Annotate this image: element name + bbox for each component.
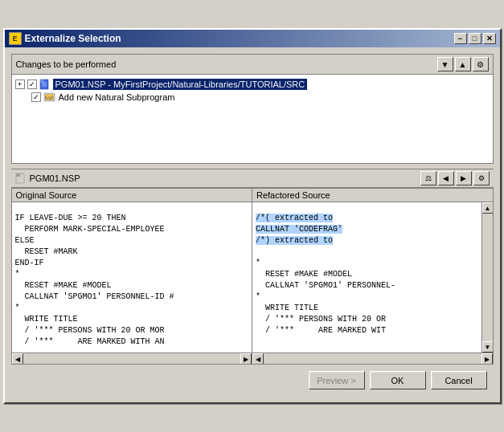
pgm-bar: PGM01.NSP ⚖ ◀ ▶ ⚙: [11, 169, 494, 188]
orig-hscroll-track: [23, 353, 241, 364]
changes-toolbar: ▼ ▲ ⚙: [437, 57, 489, 71]
compare-button[interactable]: ⚖: [420, 171, 436, 185]
original-source-header: Original Source: [12, 189, 252, 202]
window-body: Changes to be performed ▼ ▲ ⚙ +: [5, 47, 500, 402]
ref-vscroll-track: [482, 214, 493, 341]
ref-line-6: RESET #MAKE #MODEL: [256, 270, 352, 279]
pgm-bar-left: PGM01.NSP: [15, 173, 80, 184]
title-controls: − □ ✕: [454, 33, 496, 44]
pgm-file-icon: [15, 173, 27, 184]
ref-line-4: [256, 247, 260, 256]
orig-hscroll-right[interactable]: ▶: [240, 353, 252, 364]
refactored-content-area: /*( extracted to CALLNAT 'CODEFRAG' /*) …: [252, 202, 493, 353]
up-arrow-icon: ▲: [459, 60, 467, 69]
changes-list: + ✓ PGM01.NSP - MyFirstProject/Natural-L…: [12, 75, 493, 163]
file-icon-pgm01: [39, 79, 51, 90]
maximize-button[interactable]: □: [469, 33, 481, 44]
prev-diff-icon: ◀: [443, 174, 449, 182]
svg-rect-9: [16, 173, 20, 177]
ref-vscroll-down[interactable]: ▼: [482, 341, 493, 353]
down-arrow-icon: ▼: [441, 60, 449, 69]
ref-hscroll-left[interactable]: ◀: [252, 353, 264, 364]
orig-line-12: / '*** ARE MARKED WITH AN: [15, 337, 165, 346]
refactored-source-header: Refactored Source: [252, 189, 493, 202]
pgm-settings-button[interactable]: ⚙: [473, 171, 490, 185]
orig-hscroll-left[interactable]: ◀: [12, 353, 23, 364]
pgm-bar-label: PGM01.NSP: [30, 173, 80, 183]
orig-line-7: RESET #MAKE #MODEL: [15, 281, 112, 290]
ok-button[interactable]: OK: [370, 371, 426, 389]
subprog-label: Add new Natural Subprogram: [59, 92, 175, 102]
orig-line-1: IF LEAVE-DUE >= 20 THEN: [15, 214, 126, 222]
compare-icon: ⚖: [425, 174, 432, 182]
refactored-source-content[interactable]: /*( extracted to CALLNAT 'CODEFRAG' /*) …: [252, 202, 481, 353]
changes-title: Changes to be performed: [16, 59, 117, 69]
next-diff-icon: ▶: [461, 174, 466, 182]
changes-section: Changes to be performed ▼ ▲ ⚙ +: [11, 54, 494, 164]
ref-hscroll-right[interactable]: ▶: [481, 353, 493, 364]
settings-icon: ⚙: [477, 60, 484, 69]
cancel-button[interactable]: Cancel: [431, 371, 487, 389]
preview-button[interactable]: Preview >: [309, 371, 365, 389]
orig-line-9: *: [15, 304, 20, 312]
orig-line-4: RESET #MARK: [15, 247, 78, 256]
ref-line-9: WRITE TITLE: [256, 304, 318, 312]
close-button[interactable]: ✕: [483, 33, 496, 44]
ref-line-3: /*) extracted to: [256, 236, 333, 245]
next-diff-button[interactable]: ▶: [456, 171, 472, 185]
ref-line-2: CALLNAT 'CODEFRAG': [256, 225, 342, 234]
minimize-button[interactable]: −: [454, 33, 467, 44]
move-down-button[interactable]: ▼: [437, 57, 453, 71]
orig-line-6: *: [15, 270, 20, 279]
tree-item-subprog[interactable]: ✓ NSP Add new Natural Subprogram: [31, 91, 490, 104]
ref-line-5: *: [256, 259, 260, 267]
ref-line-1: /*( extracted to: [256, 214, 333, 222]
ref-line-8: *: [256, 292, 260, 301]
pgm-settings-icon: ⚙: [478, 174, 485, 182]
orig-line-5: END-IF: [15, 259, 44, 267]
bottom-bar: Preview > OK Cancel: [11, 365, 494, 396]
original-source-panel: Original Source IF LEAVE-DUE >= 20 THEN …: [12, 189, 253, 364]
changes-header: Changes to be performed ▼ ▲ ⚙: [12, 55, 493, 75]
window-icon: E: [9, 32, 22, 45]
orig-line-11: / '*** PERSONS WITH 20 OR MOR: [15, 326, 165, 335]
orig-line-10: WRITE TITLE: [15, 315, 78, 324]
checkbox-subprog[interactable]: ✓: [31, 92, 41, 102]
ref-hscroll-track: [264, 353, 481, 364]
svg-text:NSP: NSP: [44, 96, 53, 100]
subprog-icon: NSP: [43, 92, 56, 103]
settings-button[interactable]: ⚙: [473, 57, 489, 71]
original-source-content[interactable]: IF LEAVE-DUE >= 20 THEN PERFORM MARK-SPE…: [12, 202, 252, 353]
orig-line-8: CALLNAT 'SPGMO1' PERSONNEL-ID #: [15, 292, 174, 301]
checkbox-pgm01[interactable]: ✓: [27, 79, 37, 89]
prev-diff-button[interactable]: ◀: [438, 171, 454, 185]
orig-line-3: ELSE: [15, 236, 35, 245]
original-source-wrapper: IF LEAVE-DUE >= 20 THEN PERFORM MARK-SPE…: [12, 202, 252, 353]
tree-item-pgm01[interactable]: + ✓ PGM01.NSP - MyFirstProject/Natural-L…: [15, 78, 490, 91]
pgm01-label: PGM01.NSP - MyFirstProject/Natural-Libra…: [53, 79, 308, 90]
title-bar-left: E Externalize Selection: [9, 32, 121, 45]
ref-hscrollbar[interactable]: ◀ ▶: [252, 353, 493, 364]
window-title: Externalize Selection: [25, 33, 121, 44]
ref-line-10: / '*** PERSONS WITH 20 OR: [256, 315, 386, 324]
refactored-source-panel: Refactored Source /*( extracted to CALLN…: [252, 189, 493, 364]
source-panels: Original Source IF LEAVE-DUE >= 20 THEN …: [11, 188, 494, 365]
title-bar: E Externalize Selection − □ ✕: [5, 30, 500, 47]
ref-vscrollbar[interactable]: ▲ ▼: [481, 202, 493, 353]
orig-line-2: PERFORM MARK-SPECIAL-EMPLOYEE: [15, 225, 165, 234]
orig-hscrollbar[interactable]: ◀ ▶: [12, 353, 252, 364]
move-up-button[interactable]: ▲: [455, 57, 471, 71]
pgm-bar-icons: ⚖ ◀ ▶ ⚙: [420, 171, 490, 185]
ref-line-7: CALLNAT 'SPGMO1' PERSONNEL-: [256, 281, 395, 290]
expander-pgm01[interactable]: +: [15, 79, 25, 89]
svg-rect-1: [40, 79, 44, 83]
ref-vscroll-up[interactable]: ▲: [482, 202, 493, 214]
ref-line-11: / '*** ARE MARKED WIT: [256, 326, 386, 335]
main-window: E Externalize Selection − □ ✕ Changes to…: [3, 28, 502, 404]
